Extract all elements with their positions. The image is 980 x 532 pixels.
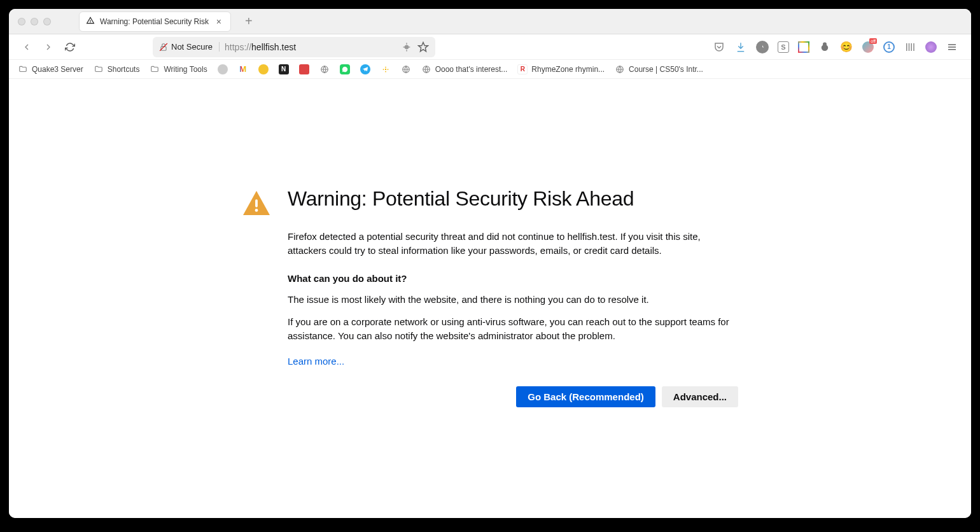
extension-icon-7[interactable]: 1 [883,41,895,53]
bookmark-oooo[interactable]: Oooo that's interest... [421,64,508,74]
error-subtitle: What can you do about it? [288,273,738,284]
svg-point-24 [255,209,258,212]
bookmark-writing-tools[interactable]: Writing Tools [150,64,207,74]
extension-icon-5[interactable]: 😊 [840,41,853,53]
back-button[interactable] [18,38,36,56]
favicon [258,64,269,74]
folder-icon [18,64,28,74]
extension-icon-3[interactable] [798,41,809,53]
security-error-page: Warning: Potential Security Risk Ahead F… [242,187,738,518]
bookmark-quake3[interactable]: Quake3 Server [18,64,83,74]
svg-point-16 [382,69,384,70]
warning-triangle-icon [86,16,95,27]
reload-button[interactable] [61,38,79,56]
browser-window: Warning: Potential Security Risk × + Not… [9,9,971,518]
extension-icon-2[interactable]: S [778,41,789,53]
extension-icon-9[interactable] [925,41,937,53]
new-tab-button[interactable]: + [242,14,255,29]
globe-icon [421,64,431,74]
error-p1: The issue is most likely with the websit… [288,293,738,307]
menu-icon[interactable] [946,41,958,53]
tab-bar: Warning: Potential Security Risk × + [9,9,971,34]
error-title: Warning: Potential Security Risk Ahead [288,187,738,211]
page-content: Warning: Potential Security Risk Ahead F… [9,79,971,518]
svg-point-17 [387,69,388,70]
bookmark-cs50[interactable]: Course | CS50's Intr... [615,64,703,74]
rhymezone-icon: R [517,64,528,74]
folder-icon [150,64,160,74]
bookmark-telegram[interactable] [360,64,370,74]
globe-icon [401,64,411,74]
toolbar: Not Secure https://hellfish.test S 😊 off… [9,34,971,60]
bookmark-rhymezone[interactable]: RRhymeZone rhymin... [517,64,605,74]
bookmark-item[interactable] [299,64,309,74]
error-p2: If you are on a corporate network or usi… [288,315,738,343]
bookmark-whatsapp[interactable] [340,64,350,74]
gmail-icon: M [238,64,248,74]
whatsapp-icon [340,64,350,74]
maximize-window[interactable] [43,18,51,25]
notion-icon: N [279,64,289,74]
bookmark-shortcuts[interactable]: Shortcuts [94,64,140,74]
bookmark-notion[interactable]: N [279,64,289,74]
security-indicator[interactable]: Not Secure [159,42,220,52]
window-controls [9,18,60,25]
svg-point-15 [385,68,386,69]
svg-point-2 [405,45,409,49]
podcast-icon [381,64,391,74]
close-window[interactable] [18,18,25,25]
favicon [299,64,309,74]
learn-more-link[interactable]: Learn more... [288,356,344,367]
browser-tab[interactable]: Warning: Potential Security Risk × [79,11,231,32]
bug-icon[interactable] [401,41,412,53]
extension-icon-4[interactable] [818,41,831,53]
favicon [218,64,228,74]
minimize-window[interactable] [31,18,38,25]
tab-title: Warning: Potential Security Risk [100,17,209,26]
telegram-icon [360,64,370,74]
svg-point-19 [385,71,386,72]
tab-close-icon[interactable]: × [214,17,224,27]
warning-icon [242,190,271,518]
error-buttons: Go Back (Recommended) Advanced... [288,386,738,407]
svg-point-18 [385,66,386,67]
url-text: https://hellfish.test [225,42,396,52]
bookmark-gmail[interactable]: M [238,64,248,74]
extension-icon-6[interactable]: off [862,41,874,53]
extension-icon-8[interactable] [904,41,916,53]
bookmark-star-icon[interactable] [417,41,429,53]
download-icon[interactable] [734,41,747,53]
folder-icon [94,64,104,74]
bookmark-item[interactable] [258,64,269,74]
go-back-button[interactable]: Go Back (Recommended) [516,386,655,407]
error-content: Warning: Potential Security Risk Ahead F… [288,187,738,518]
bookmark-item[interactable] [218,64,228,74]
error-body: Firefox detected a potential security th… [288,230,738,258]
bookmark-item[interactable] [319,64,330,74]
pocket-icon[interactable] [713,41,725,53]
bookmark-item[interactable] [381,64,391,74]
toolbar-icons: S 😊 off 1 [713,41,962,53]
forward-button[interactable] [39,38,57,56]
svg-rect-23 [255,199,258,207]
globe-icon [615,64,625,74]
bookmarks-bar: Quake3 Server Shortcuts Writing Tools M … [9,60,971,79]
extension-icon-1[interactable] [756,41,769,53]
address-bar[interactable]: Not Secure https://hellfish.test [153,37,435,57]
security-label: Not Secure [171,42,213,52]
advanced-button[interactable]: Advanced... [662,386,738,407]
bookmark-item[interactable] [401,64,411,74]
globe-icon [319,64,330,74]
